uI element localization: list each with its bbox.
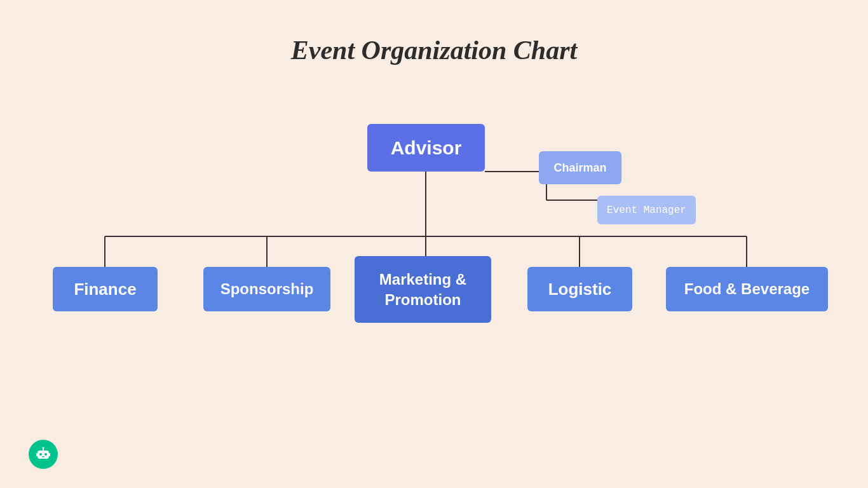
food-beverage-node: Food & Beverage <box>666 267 828 311</box>
sponsorship-node: Sponsorship <box>203 267 330 311</box>
svg-rect-18 <box>49 453 50 456</box>
chairman-node: Chairman <box>539 151 621 184</box>
svg-point-12 <box>39 453 42 456</box>
bot-icon[interactable] <box>29 440 58 469</box>
page-title: Event Organization Chart <box>0 0 868 65</box>
advisor-node: Advisor <box>367 124 485 172</box>
org-chart: Advisor Chairman Event Manager Finance S… <box>0 95 868 488</box>
marketing-node: Marketing & Promotion <box>355 256 491 323</box>
event-manager-node: Event Manager <box>597 196 696 224</box>
svg-rect-14 <box>42 456 44 458</box>
logistic-node: Logistic <box>527 267 632 311</box>
svg-point-16 <box>43 447 44 449</box>
svg-point-13 <box>44 453 47 456</box>
svg-rect-11 <box>37 451 49 459</box>
finance-node: Finance <box>53 267 158 311</box>
svg-rect-17 <box>36 453 37 456</box>
